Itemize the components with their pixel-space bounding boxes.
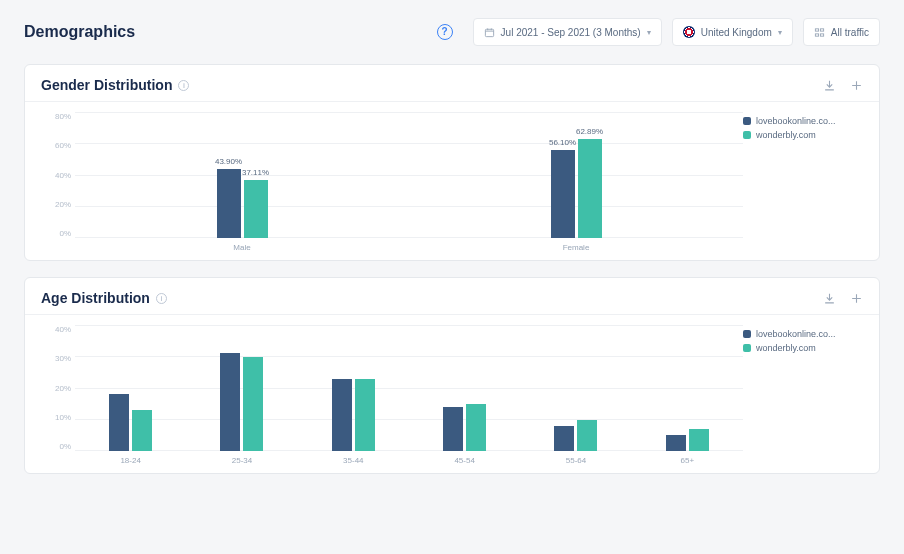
download-icon[interactable] — [823, 79, 836, 92]
legend-label: lovebookonline.co... — [756, 116, 836, 126]
flag-uk-icon — [683, 26, 695, 38]
x-tick-label: Male — [75, 243, 409, 252]
x-tick-label: 18-24 — [75, 456, 186, 465]
svg-rect-0 — [485, 29, 493, 36]
x-tick-label: 35-44 — [298, 456, 409, 465]
bar — [332, 379, 352, 451]
card-header: Gender Distribution i — [25, 65, 879, 102]
country-label: United Kingdom — [701, 27, 772, 38]
add-icon[interactable] — [850, 292, 863, 305]
age-card: Age Distribution i 40%30%20%10%0%18-2425… — [24, 277, 880, 474]
bar — [577, 420, 597, 452]
legend-item: lovebookonline.co... — [743, 329, 863, 339]
swatch-series-b — [743, 131, 751, 139]
add-icon[interactable] — [850, 79, 863, 92]
card-title: Gender Distribution i — [41, 77, 823, 93]
bar — [109, 394, 129, 451]
bar — [244, 180, 268, 238]
x-tick-label: 45-54 — [409, 456, 520, 465]
date-range-picker[interactable]: Jul 2021 - Sep 2021 (3 Months) ▾ — [473, 18, 662, 46]
value-label: 37.11% — [242, 168, 269, 177]
bar — [578, 139, 602, 238]
svg-rect-3 — [815, 33, 818, 35]
legend-item: wonderbly.com — [743, 343, 863, 353]
date-range-label: Jul 2021 - Sep 2021 (3 Months) — [501, 27, 641, 38]
legend-label: lovebookonline.co... — [756, 329, 836, 339]
svg-rect-2 — [820, 28, 823, 30]
value-label: 56.10% — [549, 138, 576, 147]
x-tick-label: 55-64 — [520, 456, 631, 465]
page-header: Demographics ? Jul 2021 - Sep 2021 (3 Mo… — [24, 18, 880, 46]
chevron-down-icon: ▾ — [778, 28, 782, 37]
traffic-filter-label: All traffic — [831, 27, 869, 38]
country-picker[interactable]: United Kingdom ▾ — [672, 18, 793, 46]
bar — [243, 357, 263, 452]
chevron-down-icon: ▾ — [647, 28, 651, 37]
help-icon[interactable]: ? — [437, 24, 453, 40]
legend-item: wonderbly.com — [743, 130, 863, 140]
bar — [689, 429, 709, 451]
filter-icon — [814, 27, 825, 38]
bar — [217, 169, 241, 238]
legend-item: lovebookonline.co... — [743, 116, 863, 126]
bar — [220, 353, 240, 451]
x-tick-label: 65+ — [632, 456, 743, 465]
legend-label: wonderbly.com — [756, 130, 816, 140]
swatch-series-a — [743, 117, 751, 125]
legend: lovebookonline.co... wonderbly.com — [743, 325, 863, 465]
card-header: Age Distribution i — [25, 278, 879, 315]
value-label: 62.89% — [576, 127, 603, 136]
traffic-filter[interactable]: All traffic — [803, 18, 880, 46]
bar — [551, 150, 575, 238]
svg-rect-4 — [820, 33, 823, 35]
gender-card: Gender Distribution i 80%60%40%20%0%43.9… — [24, 64, 880, 261]
page-title: Demographics — [24, 23, 427, 41]
bar — [666, 435, 686, 451]
bar — [355, 379, 375, 451]
bar — [132, 410, 152, 451]
value-label: 43.90% — [215, 157, 242, 166]
info-icon[interactable]: i — [178, 80, 189, 91]
card-title-text: Age Distribution — [41, 290, 150, 306]
x-tick-label: 25-34 — [186, 456, 297, 465]
swatch-series-a — [743, 330, 751, 338]
card-title-text: Gender Distribution — [41, 77, 172, 93]
gender-chart: 80%60%40%20%0%43.90%37.11%56.10%62.89%Ma… — [41, 112, 743, 252]
info-icon[interactable]: i — [156, 293, 167, 304]
calendar-icon — [484, 27, 495, 38]
download-icon[interactable] — [823, 292, 836, 305]
bar — [554, 426, 574, 451]
svg-rect-1 — [815, 28, 818, 30]
bar — [443, 407, 463, 451]
legend-label: wonderbly.com — [756, 343, 816, 353]
age-chart: 40%30%20%10%0%18-2425-3435-4445-5455-646… — [41, 325, 743, 465]
legend: lovebookonline.co... wonderbly.com — [743, 112, 863, 252]
bar — [466, 404, 486, 451]
swatch-series-b — [743, 344, 751, 352]
card-title: Age Distribution i — [41, 290, 823, 306]
x-tick-label: Female — [409, 243, 743, 252]
